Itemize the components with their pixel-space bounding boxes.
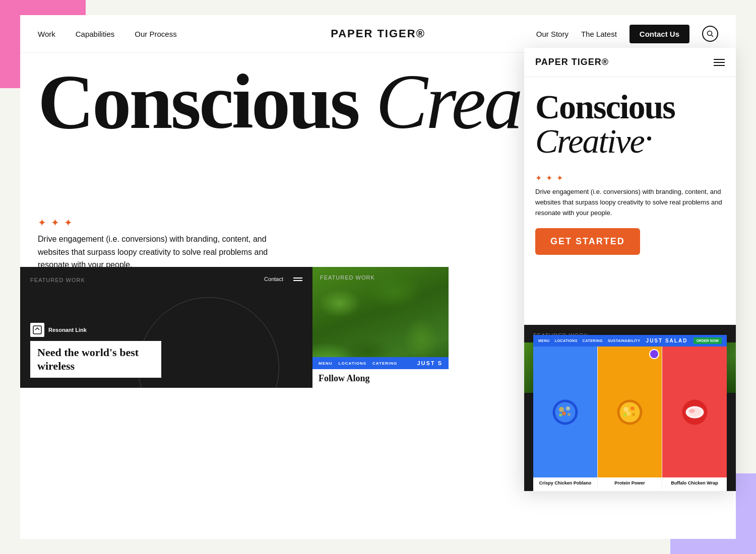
just-salad-catering[interactable]: CATERING — [372, 361, 397, 366]
mobile-stars: ✦ ✦ ✦ — [535, 173, 725, 183]
mobile-tagline-text: Drive engagement (i.e. conversions) with… — [535, 187, 725, 218]
resonant-headline: Need the world's best wireless — [30, 341, 161, 378]
featured-card-just-salad[interactable]: Featured Work MENU LOCATIONS CATERING JU… — [312, 267, 449, 388]
product-name-2: Protein Power — [598, 477, 662, 489]
hero-title-italic: Crea — [376, 58, 521, 145]
just-salad-locations[interactable]: LOCATIONS — [339, 361, 367, 366]
nav-logo[interactable]: PAPER TIGER® — [331, 27, 425, 40]
hamburger-icon[interactable] — [293, 278, 302, 281]
hamburger-line-1 — [293, 278, 302, 279]
mobile-js-locations[interactable]: LOCATIONS — [555, 339, 578, 342]
svg-point-0 — [708, 31, 712, 36]
tagline-stars: ✦ ✦ ✦ — [38, 217, 300, 229]
svg-point-9 — [559, 413, 562, 417]
nav-link-our-process[interactable]: Our Process — [135, 30, 176, 38]
nav-link-our-story[interactable]: Our Story — [536, 30, 569, 38]
hamburger-line-2 — [293, 280, 302, 281]
mobile-js-products: Crispy Chicken Poblano — [533, 347, 727, 489]
svg-point-20 — [689, 409, 695, 413]
mobile-js-nav-items: MENU LOCATIONS CATERING SUSTAINABILITY — [538, 339, 640, 342]
mobile-cta-button[interactable]: GET STARTED — [535, 228, 640, 255]
svg-point-7 — [562, 411, 566, 416]
contact-bar: Contact — [264, 276, 302, 282]
nav-link-work[interactable]: Work — [38, 30, 55, 38]
resonant-logo-text: Resonant Link — [48, 327, 87, 333]
featured-work-section: Featured Work Contact Resonant — [20, 267, 449, 388]
product-image-2 — [598, 347, 662, 477]
svg-point-13 — [631, 406, 635, 410]
mobile-menu-line-3 — [714, 65, 725, 66]
mobile-js-menu[interactable]: MENU — [538, 339, 550, 342]
mobile-menu-line-1 — [714, 59, 725, 60]
svg-line-1 — [712, 35, 714, 37]
svg-point-6 — [566, 406, 570, 410]
hero-title-text: Conscious — [38, 58, 376, 145]
featured-card-label: Featured Work — [30, 277, 302, 283]
mobile-hero-italic: Creative — [535, 122, 644, 160]
svg-point-15 — [632, 413, 635, 416]
mobile-featured-work: Featured Work MENU LOCATIONS CATERING SU… — [524, 325, 736, 491]
mobile-js-product-3[interactable]: Buffalo Chicken Wrap — [662, 347, 727, 489]
product-image-3 — [662, 347, 727, 477]
mobile-just-salad-card[interactable]: MENU LOCATIONS CATERING SUSTAINABILITY J… — [533, 335, 727, 491]
mobile-js-order-button[interactable]: ORDER NOW — [694, 337, 722, 344]
mobile-js-logo: JUST SALAD — [646, 338, 688, 343]
featured-card-label-2: Featured Work — [320, 274, 375, 281]
resonant-logo-icon — [30, 323, 44, 337]
just-salad-nav: MENU LOCATIONS CATERING JUST S — [312, 357, 449, 369]
tagline-text: Drive engagement (i.e. conversions) with… — [38, 233, 300, 271]
search-icon[interactable] — [702, 26, 718, 42]
just-salad-menu[interactable]: MENU — [319, 361, 333, 366]
mobile-tagline-section: ✦ ✦ ✦ Drive engagement (i.e. conversions… — [524, 158, 736, 228]
tagline-section: ✦ ✦ ✦ Drive engagement (i.e. conversions… — [38, 217, 300, 271]
nav-link-the-latest[interactable]: The Latest — [581, 30, 617, 38]
product-name-1: Crispy Chicken Poblano — [533, 477, 597, 489]
mobile-header: PAPER TIGER® — [524, 48, 736, 77]
resonant-logo: Resonant Link — [30, 323, 302, 337]
svg-point-12 — [623, 407, 628, 412]
svg-point-8 — [568, 413, 571, 416]
mobile-hero-dot — [647, 136, 651, 141]
nav-contact-button[interactable]: Contact Us — [629, 25, 689, 43]
nav-link-capabilities[interactable]: Capabilities — [76, 30, 115, 38]
mobile-logo[interactable]: PAPER TIGER® — [535, 57, 609, 67]
mobile-popup: PAPER TIGER® Conscious Creative ✦ ✦ ✦ Dr… — [524, 48, 736, 491]
svg-point-5 — [559, 407, 564, 412]
nav-right-links: Our Story The Latest Contact Us — [536, 25, 718, 43]
follow-along: Follow Along — [312, 369, 449, 388]
contact-text: Contact — [264, 276, 283, 282]
mobile-menu-icon[interactable] — [714, 59, 725, 66]
featured-card-resonant[interactable]: Featured Work Contact Resonant — [20, 267, 312, 388]
just-salad-nav-items: MENU LOCATIONS CATERING — [319, 361, 397, 366]
mobile-hero-title: Conscious Creative — [524, 77, 736, 158]
product-name-3: Buffalo Chicken Wrap — [662, 477, 727, 489]
mobile-js-catering[interactable]: CATERING — [583, 339, 603, 342]
mobile-js-sustainability[interactable]: SUSTAINABILITY — [608, 339, 640, 342]
just-salad-logo: JUST S — [417, 360, 443, 366]
svg-rect-2 — [33, 326, 41, 334]
mobile-js-product-1[interactable]: Crispy Chicken Poblano — [533, 347, 598, 489]
nav-left-links: Work Capabilities Our Process — [38, 30, 536, 38]
product-badge — [649, 349, 659, 359]
svg-point-16 — [623, 413, 626, 417]
main-navigation: Work Capabilities Our Process PAPER TIGE… — [20, 15, 736, 53]
svg-point-14 — [626, 411, 631, 416]
resonant-card-content: Resonant Link Need the world's best wire… — [30, 323, 302, 378]
follow-along-text: Follow Along — [319, 373, 370, 383]
mobile-menu-line-2 — [714, 62, 725, 63]
just-salad-overlay: MENU LOCATIONS CATERING JUST S Follow Al… — [312, 357, 449, 388]
mobile-hero-title-text: Conscious — [535, 88, 675, 126]
mobile-js-product-2[interactable]: Protein Power — [598, 347, 662, 489]
mobile-js-nav: MENU LOCATIONS CATERING SUSTAINABILITY J… — [533, 335, 727, 347]
product-image-1 — [533, 347, 597, 477]
